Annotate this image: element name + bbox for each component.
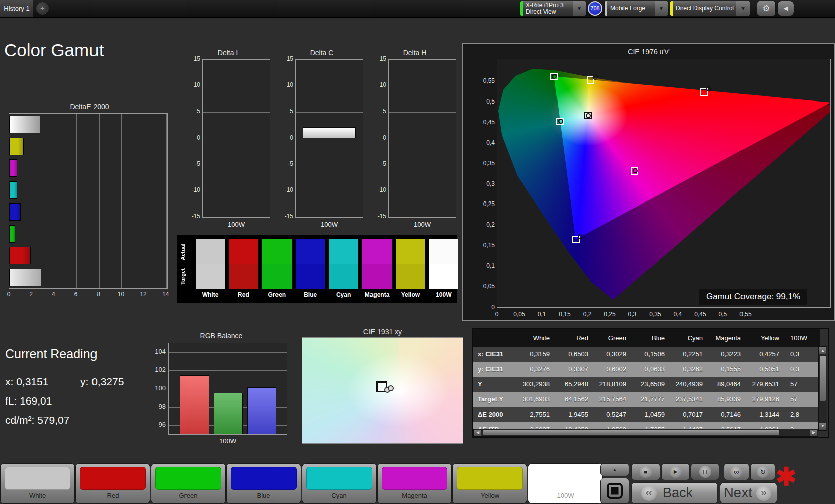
delta_h-gridline bbox=[389, 86, 456, 86]
table-row: Target Y301,690364,1562215,756421,777723… bbox=[473, 392, 820, 407]
delta_h-gridline bbox=[389, 165, 456, 165]
pattern-button-green[interactable]: Green bbox=[151, 463, 226, 504]
rgb-balance-title: RGB Balance bbox=[151, 332, 292, 340]
pattern-label: Cyan bbox=[302, 492, 376, 499]
chevron-down-icon: ▼ bbox=[736, 1, 750, 16]
rgb-y-tick: 96 bbox=[151, 421, 166, 428]
workflow-dropdown[interactable]: Mobile Forge ▼ bbox=[605, 1, 668, 16]
back-button[interactable]: « Back bbox=[631, 482, 718, 504]
session-asterisk-icon[interactable]: ✱ bbox=[776, 462, 797, 491]
cie1976-y-tick: 0,3 bbox=[474, 180, 495, 187]
swatch-actual bbox=[196, 239, 225, 264]
cie1976-x-tick: 0,2 bbox=[575, 311, 600, 318]
cie1976-x-tick: 0,1 bbox=[529, 311, 554, 318]
pattern-swatch bbox=[80, 467, 146, 490]
chevron-down-icon: ▼ bbox=[573, 1, 586, 16]
transport-pattern-window-button[interactable]: [-] bbox=[691, 463, 719, 480]
reading-cdm2: cd/m²: 579,07 bbox=[5, 414, 69, 426]
chevron-down-icon: ▼ bbox=[655, 1, 668, 16]
table-cell: 0,6002 bbox=[593, 362, 631, 377]
delta_l-gridline bbox=[203, 112, 270, 113]
table-vertical-scrollbar[interactable]: ▲ ▼ bbox=[819, 347, 827, 430]
pattern-button-white[interactable]: White bbox=[0, 463, 75, 504]
display-control-dropdown[interactable]: Direct Display Control ▼ bbox=[670, 1, 750, 16]
scroll-down-icon[interactable]: ▼ bbox=[819, 423, 826, 430]
pattern-button-cyan[interactable]: Cyan bbox=[302, 463, 377, 504]
swatch-label: White bbox=[196, 291, 225, 298]
table-cell: 23,6509 bbox=[631, 377, 670, 392]
add-tab-button[interactable]: + bbox=[36, 2, 49, 15]
cie1976-y-tick: 0,15 bbox=[474, 242, 495, 249]
delta_h-y-tick: -10 bbox=[372, 186, 386, 193]
pattern-button-100w[interactable]: 100W bbox=[528, 463, 603, 504]
table-row: ΔE 20002,75511,94550,52471,04590,70170,7… bbox=[473, 407, 820, 422]
delta_l-y-tick: -5 bbox=[186, 160, 200, 167]
deltae2000-gridline bbox=[166, 114, 167, 288]
horizontal-scroll-thumb[interactable] bbox=[483, 430, 779, 435]
display-control-name: Direct Display Control bbox=[676, 5, 736, 12]
transport-refresh-button[interactable]: ↻ bbox=[750, 463, 775, 480]
next-button[interactable]: Next » bbox=[720, 482, 777, 504]
cie1976-x-tick: 0,25 bbox=[597, 311, 622, 318]
deltae2000-x-tick: 14 bbox=[160, 291, 172, 298]
delta_h-gridline bbox=[389, 112, 456, 113]
transport-stop-button[interactable]: ■ bbox=[631, 463, 660, 480]
table-cell: 0,3159 bbox=[517, 347, 555, 362]
settings-button[interactable]: ⚙ bbox=[757, 1, 775, 16]
table-row-label: x: CIE31 bbox=[473, 347, 517, 362]
rgb-balance-category: 100W bbox=[168, 437, 287, 445]
deltae2000-plot bbox=[9, 113, 168, 289]
table-cell: 0,3029 bbox=[593, 347, 631, 362]
current-reading: Current Reading x: 0,3151 y: 0,3275 fL: … bbox=[5, 347, 161, 361]
pattern-control-bar: WhiteRedGreenBlueCyanMagentaYellow100W ▲… bbox=[0, 463, 835, 504]
swatch-target bbox=[296, 264, 325, 289]
pattern-swatch bbox=[532, 467, 598, 490]
pattern-button-blue[interactable]: Blue bbox=[226, 463, 301, 504]
delta_l-gridline bbox=[203, 139, 270, 139]
stop-icon: ■ bbox=[640, 466, 652, 478]
vertical-scroll-thumb[interactable] bbox=[820, 356, 826, 401]
table-cell: 1,0459 bbox=[631, 407, 670, 422]
pattern-window-icon bbox=[607, 483, 623, 499]
tab-history-1[interactable]: History 1 bbox=[0, 0, 33, 17]
transport-infinity-button[interactable]: ∞ bbox=[724, 463, 749, 480]
cie1976-y-tick: 0,5 bbox=[474, 98, 495, 105]
swatch-target bbox=[429, 264, 458, 289]
delta_c-gridline bbox=[296, 191, 363, 191]
table-cell: 240,4939 bbox=[670, 377, 708, 392]
top-toolbar: History 1 + X-Rite i1Pro 3 Direct View ▼… bbox=[0, 0, 835, 18]
transport-play-button[interactable]: ▶ bbox=[661, 463, 690, 480]
table-horizontal-scrollbar[interactable]: ◀ ▶ bbox=[474, 429, 818, 436]
swatch-actual bbox=[229, 239, 258, 264]
play-icon: ▶ bbox=[670, 466, 682, 478]
delta-l-category: 100W bbox=[202, 221, 270, 228]
meter-dropdown[interactable]: X-Rite i1Pro 3 Direct View ▼ bbox=[520, 1, 586, 16]
pattern-swatch bbox=[306, 467, 372, 490]
pattern-label: Magenta bbox=[378, 492, 451, 499]
deltae2000-chart: DeltaE 2000 02468101214 bbox=[4, 98, 175, 302]
scroll-up-icon[interactable]: ▲ bbox=[819, 347, 826, 354]
actual-marker-cyan bbox=[558, 119, 563, 124]
pattern-button-yellow[interactable]: Yellow bbox=[452, 463, 527, 504]
delta_c-y-tick: -15 bbox=[279, 213, 293, 220]
deltae2000-x-tick: 2 bbox=[25, 291, 37, 298]
table-cell: 64,1562 bbox=[555, 392, 593, 407]
collapse-panel-button[interactable]: ◀ bbox=[778, 1, 794, 16]
delta_c-gridline bbox=[296, 112, 363, 113]
popup-expand-button[interactable]: ▲ bbox=[600, 463, 629, 476]
deltae2000-title: DeltaE 2000 bbox=[4, 103, 175, 111]
scroll-right-icon[interactable]: ▶ bbox=[810, 430, 817, 436]
scroll-left-icon[interactable]: ◀ bbox=[474, 430, 481, 436]
deltae2000-bar-100w bbox=[9, 269, 41, 286]
pattern-button-red[interactable]: Red bbox=[75, 463, 150, 504]
table-cell: 237,5341 bbox=[670, 392, 708, 407]
deltae2000-x-tick: 6 bbox=[70, 291, 82, 298]
swatch-white bbox=[196, 239, 225, 289]
meter-name: X-Rite i1Pro 3 bbox=[526, 2, 573, 9]
table-cell: 301,6903 bbox=[517, 392, 555, 407]
table-cell: 0,3276 bbox=[517, 362, 555, 377]
deltae2000-bar-green bbox=[9, 225, 15, 243]
pattern-button-magenta[interactable]: Magenta bbox=[377, 463, 452, 504]
swatch-target bbox=[229, 264, 258, 289]
pattern-window-button[interactable] bbox=[600, 478, 629, 504]
